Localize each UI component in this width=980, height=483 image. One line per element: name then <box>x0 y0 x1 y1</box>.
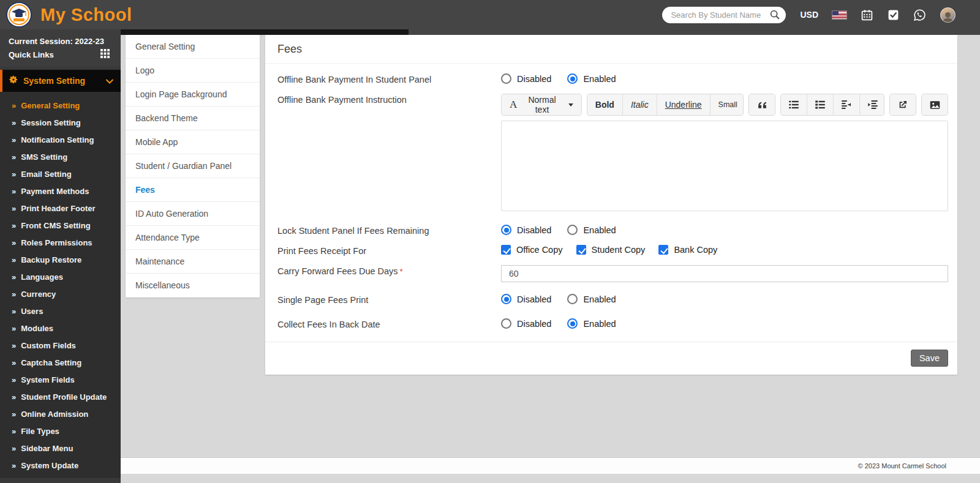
radio-disabled[interactable]: Disabled <box>501 73 551 84</box>
radio-disabled[interactable]: Disabled <box>501 318 551 329</box>
small-button[interactable]: Small <box>710 94 744 115</box>
submenu-item-fees[interactable]: Fees <box>126 178 260 202</box>
submenu-item-login-page-background[interactable]: Login Page Background <box>126 83 260 107</box>
radio-circle <box>567 73 578 84</box>
double-chevron-icon: » <box>12 273 16 282</box>
search-input[interactable] <box>671 10 769 20</box>
task-check-icon[interactable] <box>888 9 899 21</box>
sidebar-item-notification-setting[interactable]: »Notification Setting <box>0 132 121 149</box>
checkbox-office-copy[interactable]: Office Copy <box>501 245 563 255</box>
sidebar-item-label: SMS Setting <box>21 153 67 162</box>
sidebar-item-system-update[interactable]: »System Update <box>0 457 121 474</box>
checkbox-bank-copy[interactable]: Bank Copy <box>658 245 717 255</box>
sidebar-item-sidebar-menu[interactable]: »Sidebar Menu <box>0 440 121 457</box>
submenu-item-maintenance[interactable]: Maintenance <box>126 250 260 274</box>
sidebar-menu-system-setting[interactable]: System Setting <box>0 70 121 92</box>
sidebar-item-email-setting[interactable]: »Email Setting <box>0 166 121 183</box>
submenu-item-backend-theme[interactable]: Backend Theme <box>126 107 260 130</box>
radio-enabled[interactable]: Enabled <box>567 225 616 235</box>
sidebar-item-label: Backup Restore <box>21 256 81 264</box>
blockquote-button[interactable] <box>749 94 775 115</box>
sidebar-item-file-types[interactable]: »File Types <box>0 423 121 440</box>
radio-disabled[interactable]: Disabled <box>501 294 551 304</box>
sidebar-item-label: System Update <box>21 462 78 470</box>
currency-label[interactable]: USD <box>800 10 818 20</box>
calendar-icon[interactable] <box>861 9 873 21</box>
sidebar-item-sms-setting[interactable]: »SMS Setting <box>0 149 121 166</box>
submenu-item-id-auto-generation[interactable]: ID Auto Generation <box>126 202 260 226</box>
picture-button[interactable] <box>922 94 948 115</box>
link-button[interactable] <box>890 94 916 115</box>
outdent-button[interactable] <box>834 94 860 115</box>
header-extension-strip <box>409 29 980 35</box>
underline-button[interactable]: Underline <box>657 94 710 115</box>
checkbox-student-copy[interactable]: Student Copy <box>576 245 646 255</box>
student-search <box>662 7 786 23</box>
sidebar-item-custom-fields[interactable]: »Custom Fields <box>0 337 121 354</box>
sidebar-item-languages[interactable]: »Languages <box>0 269 121 286</box>
radio-enabled[interactable]: Enabled <box>567 73 616 84</box>
outdent-icon <box>842 100 851 109</box>
sidebar-item-captcha-setting[interactable]: »Captcha Setting <box>0 354 121 372</box>
radio-circle <box>501 294 511 304</box>
grid-icon[interactable] <box>100 48 110 62</box>
radio-circle <box>567 225 578 235</box>
sidebar-item-student-profile-update[interactable]: »Student Profile Update <box>0 389 121 406</box>
sidebar-item-session-setting[interactable]: »Session Setting <box>0 114 121 132</box>
richtext-editor-area[interactable] <box>501 121 948 211</box>
current-session-label: Current Session: 2022-23 <box>9 35 112 48</box>
checkbox-label: Office Copy <box>516 245 563 255</box>
header-shadow-strip <box>121 29 409 35</box>
double-chevron-icon: » <box>12 427 16 436</box>
sidebar-item-backup-restore[interactable]: »Backup Restore <box>0 252 121 269</box>
us-flag-icon[interactable] <box>832 11 846 19</box>
radio-enabled[interactable]: Enabled <box>567 318 616 329</box>
italic-button[interactable]: Italic <box>623 94 657 115</box>
sidebar-item-label: Currency <box>21 290 56 299</box>
sidebar-item-online-admission[interactable]: »Online Admission <box>0 406 121 423</box>
submenu-item-mobile-app[interactable]: Mobile App <box>126 130 260 154</box>
checkbox-box <box>501 245 511 255</box>
double-chevron-icon: » <box>12 119 16 127</box>
quick-links[interactable]: Quick Links <box>9 48 112 62</box>
list-ul-icon <box>789 100 799 109</box>
bold-button[interactable]: Bold <box>587 94 623 115</box>
submenu-item-general-setting[interactable]: General Setting <box>126 35 260 59</box>
submenu-item-attendance-type[interactable]: Attendance Type <box>126 226 260 250</box>
search-icon[interactable] <box>769 9 780 23</box>
sidebar-item-front-cms-setting[interactable]: »Front CMS Setting <box>0 217 121 234</box>
radio-circle <box>567 318 578 329</box>
row-lock-student-panel: Lock Student Panel If Fees Remaining Dis… <box>277 225 948 236</box>
sidebar-item-users[interactable]: »Users <box>0 303 121 320</box>
sidebar-item-payment-methods[interactable]: »Payment Methods <box>0 183 121 200</box>
radio-enabled[interactable]: Enabled <box>567 294 616 304</box>
sidebar-item-system-fields[interactable]: »System Fields <box>0 372 121 389</box>
field-label: Lock Student Panel If Fees Remaining <box>277 225 501 236</box>
radio-label: Enabled <box>583 74 616 84</box>
radio-disabled[interactable]: Disabled <box>501 225 551 235</box>
submenu-item-student-guardian-panel[interactable]: Student / Guardian Panel <box>126 154 260 178</box>
carry-forward-days-input[interactable] <box>501 265 948 282</box>
row-single-page-print: Single Page Fees Print Disabled Enabled <box>277 294 948 305</box>
copyright-text: © 2023 Mount Carmel School <box>858 462 946 470</box>
required-asterisk: * <box>400 267 403 276</box>
submenu-item-logo[interactable]: Logo <box>126 59 260 83</box>
double-chevron-icon: » <box>12 307 16 316</box>
save-button[interactable]: Save <box>911 350 948 367</box>
list-ol-button[interactable] <box>807 94 834 115</box>
indent-button[interactable] <box>860 94 884 115</box>
user-avatar[interactable] <box>940 7 956 23</box>
whatsapp-icon[interactable] <box>913 9 926 21</box>
sidebar-item-label: Captcha Setting <box>21 359 81 367</box>
submenu-item-miscellaneous[interactable]: Miscellaneous <box>126 274 260 298</box>
sidebar-item-currency[interactable]: »Currency <box>0 286 121 303</box>
sidebar-item-print-header-footer[interactable]: »Print Header Footer <box>0 200 121 217</box>
sidebar-item-roles-permissions[interactable]: »Roles Permissions <box>0 234 121 252</box>
brand[interactable]: My School <box>0 2 294 28</box>
sidebar-item-modules[interactable]: »Modules <box>0 320 121 337</box>
sidebar-item-label: Online Admission <box>21 410 88 419</box>
style-dropdown-button[interactable]: A Normal text <box>502 94 581 115</box>
list-ul-button[interactable] <box>781 94 807 115</box>
radio-label: Enabled <box>583 319 616 329</box>
sidebar-item-general-setting[interactable]: »General Setting <box>0 97 121 114</box>
